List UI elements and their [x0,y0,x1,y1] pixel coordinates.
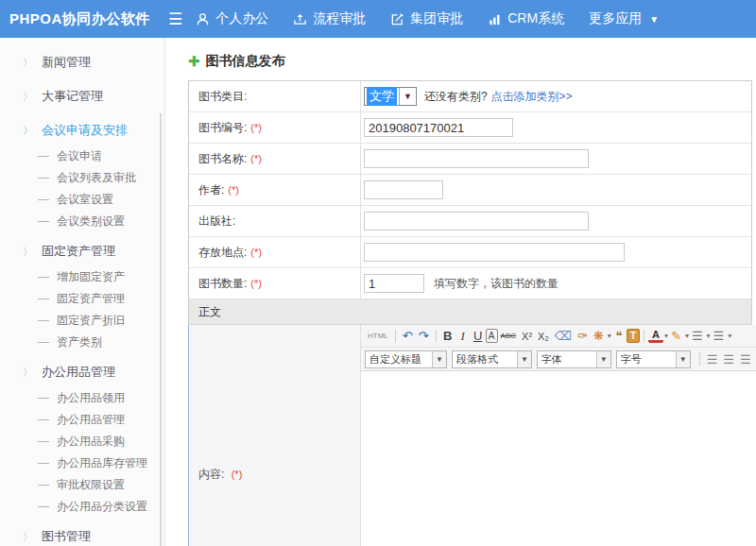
chevron-right-icon: 〉 [23,367,33,378]
form-row-content: 内容: (*) HTML↶↷BIUAABCX²X₂⌫✑❋▾❝TA▾✎▾☰▾☰▾ … [188,325,751,546]
blockquote-button[interactable]: ❝ [611,327,627,346]
sidebar-item[interactable]: —办公用品采购 [0,431,164,452]
paste-button[interactable]: T [627,329,640,343]
align-center-button[interactable]: ☰ [720,350,737,368]
superscript-button[interactable]: X² [519,327,535,346]
sidebar-group-3[interactable]: 〉会议申请及安排 [0,115,164,145]
publisher-input[interactable] [364,212,589,230]
sidebar-group-label: 办公用品管理 [42,365,115,379]
author-value [361,175,751,205]
sidebar-scrollbar[interactable] [160,113,162,546]
sidebar-group-6[interactable]: 〉图书管理 [0,521,164,546]
book-name-label: 图书名称:(*) [189,144,361,174]
bordered-text-button[interactable]: A [486,329,498,343]
quantity-hint: 填写数字，该图书的数量 [434,276,558,292]
sidebar-item-label: 会议室设置 [57,193,113,206]
custom-title-select[interactable]: 自定义标题▼ [365,350,447,368]
unordered-list-button-caret-icon[interactable]: ▾ [728,332,731,340]
nav-more-apps[interactable]: 更多应用 ▼ [589,10,659,27]
sidebar-group-label: 大事记管理 [42,89,103,103]
ordered-list-button[interactable]: ☰ [689,327,706,346]
sidebar-item[interactable]: —增加固定资产 [0,266,164,288]
sidebar-item[interactable]: —会议申请 [0,145,164,167]
sidebar-group-1[interactable]: 〉新闻管理 [0,47,164,77]
highlight-color-button[interactable]: ✎ [668,327,684,346]
sidebar-group-4[interactable]: 〉固定资产管理 [0,236,164,266]
dash-icon: — [38,435,49,448]
font-family-select-label: 字体 [538,352,596,367]
undo-button[interactable]: ↶ [400,327,416,346]
font-color-button[interactable]: A [648,329,663,343]
sidebar-item[interactable]: —会议室设置 [0,189,164,211]
select-caret-icon[interactable]: ▼ [517,351,531,367]
book-name-input[interactable] [364,149,589,168]
remove-format-button[interactable]: ✑ [575,327,591,346]
font-size-select-label: 字号 [617,352,676,367]
italic-button[interactable]: I [455,327,471,346]
underline-button[interactable]: U [471,327,486,346]
sidebar-group-2[interactable]: 〉大事记管理 [0,81,164,111]
eraser-button[interactable]: ⌫ [552,327,575,346]
author-input[interactable] [364,180,443,199]
book-number-input[interactable] [364,118,513,137]
redo-button[interactable]: ↷ [416,327,432,346]
category-label: 图书类目: [189,81,361,111]
sidebar-group-5[interactable]: 〉办公用品管理 [0,357,164,387]
sidebar-item-label: 办公用品采购 [57,435,125,448]
bold-button[interactable]: B [440,327,455,346]
select-caret-icon[interactable]: ▼ [399,88,416,105]
select-caret-icon[interactable]: ▼ [596,351,610,367]
sidebar-item[interactable]: —办公用品领用 [0,387,164,409]
sidebar-group-label: 新闻管理 [42,55,91,69]
auto-typeset-button[interactable]: ❋ [591,327,607,346]
sidebar-item[interactable]: —会议列表及审批 [0,167,164,189]
sidebar-item[interactable]: —审批权限设置 [0,474,164,496]
subscript-button[interactable]: X₂ [535,327,552,346]
nav-crm-system[interactable]: CRM系统 [488,10,564,27]
html-source-button[interactable]: HTML [365,327,391,346]
editor-content-area[interactable] [361,371,756,546]
field-label-text: 出版社: [198,214,235,228]
sidebar-item[interactable]: —办公用品管理 [0,409,164,431]
toolbar-separator [395,330,396,343]
sidebar-group-label: 图书管理 [42,529,91,543]
unordered-list-button[interactable]: ☰ [711,327,728,346]
sidebar-item[interactable]: —固定资产管理 [0,288,164,310]
quantity-input[interactable] [364,274,424,293]
form-row-publisher: 出版社: [189,206,751,237]
sidebar-item[interactable]: —办公用品库存管理 [0,452,164,474]
select-caret-icon[interactable]: ▼ [432,351,446,367]
add-category-link[interactable]: 点击添加类别>> [491,89,573,105]
sidebar-item[interactable]: —资产类别 [0,332,164,353]
sidebar-item[interactable]: —会议类别设置 [0,211,164,232]
select-caret-icon[interactable]: ▼ [676,351,690,367]
nav-workflow-approval[interactable]: 流程审批 [293,10,366,27]
sidebar-item-label: 办公用品分类设置 [57,500,147,513]
strikethrough-button[interactable]: ABC [498,327,519,346]
location-input[interactable] [364,243,625,262]
hamburger-menu-icon[interactable]: ☰ [159,9,196,29]
align-right-button[interactable]: ☰ [737,350,754,368]
nav-personal-office[interactable]: 个人办公 [196,10,268,27]
main-content: ✚ 图书信息发布 图书类目: 文学 ▼ 还没有类别? 点击添加类别>> 图书编号… [166,38,756,546]
paragraph-format-select[interactable]: 段落格式▼ [452,350,532,368]
flow-icon [293,12,307,26]
dash-icon: — [38,270,49,283]
font-family-select[interactable]: 字体▼ [537,350,611,368]
font-size-select[interactable]: 字号▼ [616,350,691,368]
content-label: 内容: (*) [189,325,361,546]
toolbar-separator [699,352,700,366]
sidebar-item[interactable]: —办公用品分类设置 [0,496,164,518]
sidebar-item[interactable]: —固定资产折旧 [0,310,164,332]
align-left-button[interactable]: ☰ [704,350,721,368]
app-logo: PHPOA协同办公软件 [0,10,159,28]
ordered-list-button-caret-icon[interactable]: ▾ [707,332,711,340]
quantity-value: 填写数字，该图书的数量 [361,268,751,299]
rich-text-editor: HTML↶↷BIUAABCX²X₂⌫✑❋▾❝TA▾✎▾☰▾☰▾ 自定义标题▼段落… [361,325,756,546]
publisher-value [361,206,751,236]
category-select[interactable]: 文学 ▼ [364,87,417,106]
nav-group-approval[interactable]: 集团审批 [390,10,463,27]
sidebar-item-label: 办公用品库存管理 [57,456,147,469]
chevron-right-icon: 〉 [23,531,33,542]
custom-title-select-label: 自定义标题 [366,352,432,367]
